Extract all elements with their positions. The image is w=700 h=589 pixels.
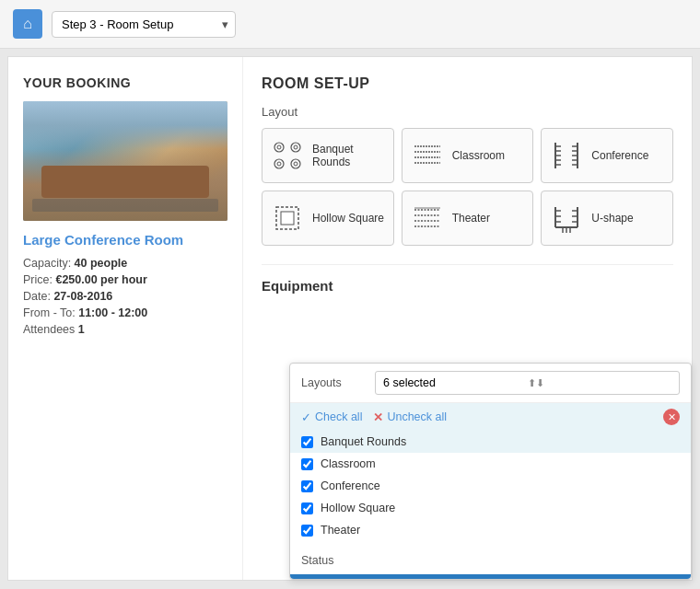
step-dropdown-wrap: Step 3 - Room Setup bbox=[52, 11, 236, 38]
u-shape-label: U-shape bbox=[591, 212, 633, 225]
list-item[interactable]: Classroom bbox=[290, 453, 691, 475]
layout-label: Layout bbox=[262, 105, 673, 119]
close-dropdown-button[interactable]: ✕ bbox=[663, 409, 680, 425]
theater-label: Theater bbox=[452, 212, 490, 225]
layout-card-conference[interactable]: Conference bbox=[541, 128, 673, 183]
status-row: Status bbox=[290, 541, 691, 574]
price-label: Price: bbox=[23, 273, 52, 286]
svg-point-2 bbox=[291, 143, 300, 152]
step-dropdown[interactable]: Step 3 - Room Setup bbox=[52, 11, 236, 38]
theater-icon bbox=[410, 201, 445, 236]
classroom-icon bbox=[410, 138, 445, 173]
equipment-title: Equipment bbox=[262, 278, 673, 294]
list-item[interactable]: Banquet Rounds bbox=[290, 431, 691, 453]
sidebar-title: YOUR BOOKING bbox=[23, 75, 228, 90]
banquet-option-label[interactable]: Banquet Rounds bbox=[321, 435, 406, 448]
main-content: YOUR BOOKING Large Conference Room Capac… bbox=[7, 56, 693, 581]
booking-info: Capacity: 40 people Price: €250.00 per h… bbox=[23, 257, 228, 336]
classroom-option-label[interactable]: Classroom bbox=[321, 457, 376, 470]
room-image bbox=[23, 101, 228, 221]
uncheck-all-link[interactable]: Uncheck all bbox=[387, 410, 447, 423]
svg-point-6 bbox=[291, 159, 300, 168]
conference-option-label[interactable]: Conference bbox=[321, 479, 380, 492]
svg-point-4 bbox=[274, 159, 284, 168]
banquet-checkbox[interactable] bbox=[301, 436, 313, 448]
theater-checkbox[interactable] bbox=[301, 525, 313, 537]
svg-point-3 bbox=[294, 145, 298, 149]
classroom-label: Classroom bbox=[452, 149, 505, 162]
date-label: Date: bbox=[23, 290, 51, 303]
banquet-icon bbox=[270, 138, 305, 173]
status-label: Status bbox=[301, 549, 366, 567]
layouts-select[interactable]: 6 selected ⬆⬇ bbox=[375, 371, 680, 395]
room-setup-title: ROOM SET-UP bbox=[262, 75, 673, 92]
capacity-label: Capacity: bbox=[23, 257, 71, 270]
home-icon: ⌂ bbox=[23, 16, 32, 32]
price-row: Price: €250.00 per hour bbox=[23, 273, 228, 286]
svg-point-0 bbox=[274, 143, 284, 152]
capacity-row: Capacity: 40 people bbox=[23, 257, 228, 270]
svg-point-1 bbox=[277, 145, 281, 149]
checkmark-icon: ✓ bbox=[301, 410, 311, 424]
right-panel: ROOM SET-UP Layout bbox=[243, 57, 692, 580]
u-shape-icon bbox=[549, 201, 584, 236]
layouts-form-row: Layouts 6 selected ⬆⬇ bbox=[290, 364, 691, 403]
svg-rect-25 bbox=[281, 212, 294, 225]
checkbox-list: Banquet Rounds Classroom Conference Holl… bbox=[290, 431, 691, 541]
svg-point-7 bbox=[294, 162, 298, 166]
attendees-label: Attendees bbox=[23, 323, 75, 336]
banquet-label: Banquet Rounds bbox=[312, 143, 386, 168]
layouts-form-label: Layouts bbox=[301, 371, 366, 389]
dropdown-bottom-bar bbox=[290, 574, 691, 579]
hollow-square-label: Hollow Square bbox=[312, 212, 384, 225]
filter-dropdown: Layouts 6 selected ⬆⬇ ✓ Check all ✕ Unch… bbox=[289, 363, 692, 580]
hollow-square-icon bbox=[270, 201, 305, 236]
layout-grid: Banquet Rounds Classroom bbox=[262, 128, 673, 246]
list-item[interactable]: Hollow Square bbox=[290, 497, 691, 519]
check-all-row: ✓ Check all ✕ Uncheck all ✕ bbox=[290, 403, 691, 431]
layout-card-classroom[interactable]: Classroom bbox=[402, 128, 534, 183]
time-value: 11:00 - 12:00 bbox=[78, 306, 147, 319]
attendees-row: Attendees 1 bbox=[23, 323, 228, 336]
dropdown-arrow: ⬆⬇ bbox=[528, 377, 672, 389]
conference-icon bbox=[549, 138, 584, 173]
capacity-value: 40 people bbox=[75, 257, 128, 270]
layout-card-banquet[interactable]: Banquet Rounds bbox=[262, 128, 394, 183]
conference-label: Conference bbox=[591, 149, 648, 162]
check-all-link[interactable]: Check all bbox=[315, 410, 362, 423]
date-row: Date: 27-08-2016 bbox=[23, 290, 228, 303]
time-label: From - To: bbox=[23, 306, 76, 319]
x-separator: ✕ bbox=[373, 410, 383, 424]
time-row: From - To: 11:00 - 12:00 bbox=[23, 306, 228, 319]
hollow-square-checkbox[interactable] bbox=[301, 502, 313, 514]
classroom-checkbox[interactable] bbox=[301, 458, 313, 470]
attendees-value: 1 bbox=[78, 323, 85, 336]
hollow-square-option-label[interactable]: Hollow Square bbox=[321, 502, 395, 514]
layout-card-hollow-square[interactable]: Hollow Square bbox=[262, 191, 394, 246]
layout-card-u-shape[interactable]: U-shape bbox=[541, 191, 673, 246]
sidebar: YOUR BOOKING Large Conference Room Capac… bbox=[8, 57, 243, 580]
svg-point-5 bbox=[277, 162, 281, 166]
theater-option-label[interactable]: Theater bbox=[321, 524, 360, 537]
conference-checkbox[interactable] bbox=[301, 480, 313, 492]
equipment-section: Equipment bbox=[262, 264, 673, 294]
top-nav: ⌂ Step 3 - Room Setup bbox=[0, 0, 700, 49]
list-item[interactable]: Theater bbox=[290, 519, 691, 541]
date-value: 27-08-2016 bbox=[53, 290, 112, 303]
list-item[interactable]: Conference bbox=[290, 475, 691, 497]
price-value: €250.00 per hour bbox=[55, 273, 146, 286]
home-button[interactable]: ⌂ bbox=[13, 9, 42, 39]
room-name: Large Conference Room bbox=[23, 232, 228, 248]
layouts-selected-text: 6 selected bbox=[383, 376, 528, 389]
layout-card-theater[interactable]: Theater bbox=[402, 191, 534, 246]
